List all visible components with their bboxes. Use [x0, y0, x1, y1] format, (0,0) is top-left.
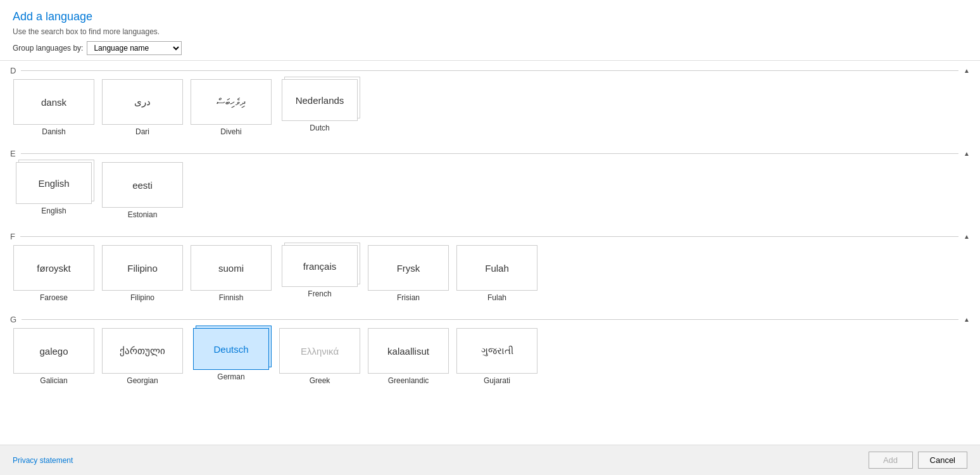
lang-label: English — [41, 206, 66, 215]
section-g: G▲galegoGalicianქართულიGeorgianDeutschGe… — [0, 310, 980, 393]
section-divider — [20, 236, 958, 237]
lang-item[interactable]: françaisFrench — [279, 245, 361, 302]
lang-flag-front: Nederlands — [282, 79, 358, 121]
lang-flag: دری — [102, 79, 183, 125]
lang-label: Greenlandic — [388, 376, 429, 385]
lang-label: French — [308, 289, 331, 298]
privacy-link[interactable]: Privacy statement — [13, 456, 73, 465]
lang-flag: Frysk — [368, 245, 449, 291]
lang-item[interactable]: FryskFrisian — [367, 245, 449, 302]
lang-flag-stacked: Deutsch — [193, 328, 269, 370]
lang-flag: ગુજરાતી — [456, 328, 537, 374]
lang-label: Dutch — [310, 124, 329, 132]
lang-label: Faroese — [40, 293, 68, 302]
section-collapse-button[interactable]: ▲ — [964, 67, 970, 74]
section-f: F▲føroysktFaroeseFilipinoFilipinosuomiFi… — [0, 227, 980, 310]
group-by-row: Group languages by: Language name Script… — [13, 41, 967, 55]
section-letter-e: E — [10, 149, 16, 158]
lang-label: German — [217, 372, 244, 381]
section-header-g: G▲ — [10, 310, 970, 328]
lang-label: Fulah — [487, 293, 506, 302]
section-d: D▲danskDanishدریDariދިވެހިބަސްDivehiNede… — [0, 61, 980, 144]
section-letter-d: D — [10, 66, 16, 75]
lang-flag: føroyskt — [13, 245, 94, 291]
lang-grid-d: danskDanishدریDariދިވެހިބަސްDivehiNederl… — [10, 79, 970, 136]
add-button[interactable]: Add — [869, 452, 913, 469]
lang-flag-front: français — [282, 245, 358, 287]
section-header-d: D▲ — [10, 61, 970, 79]
lang-label: Galician — [40, 376, 67, 385]
lang-item[interactable]: دریDari — [101, 79, 184, 136]
group-by-select[interactable]: Language name Script Region — [87, 41, 182, 55]
section-letter-f: F — [10, 232, 15, 241]
section-divider — [21, 153, 958, 154]
section-header-f: F▲ — [10, 227, 970, 245]
lang-label: Frisian — [397, 293, 420, 302]
lang-item[interactable]: ქართულიGeorgian — [101, 328, 184, 385]
lang-label: Estonian — [128, 210, 158, 219]
section-header-e: E▲ — [10, 144, 970, 162]
add-language-dialog: Add a language Use the search box to fin… — [0, 0, 980, 475]
lang-item[interactable]: ΕλληνικάGreek — [279, 328, 361, 385]
section-e: E▲EnglishEnglisheestiEstonian — [0, 144, 980, 227]
lang-item[interactable]: EnglishEnglish — [13, 162, 95, 219]
lang-flag: galego — [13, 328, 94, 374]
lang-item[interactable]: ગુજરાતીGujarati — [456, 328, 538, 385]
lang-item[interactable]: NederlandsDutch — [279, 79, 361, 136]
section-divider — [21, 70, 958, 71]
lang-label: Finnish — [219, 293, 244, 302]
lang-flag: dansk — [13, 79, 94, 125]
lang-item[interactable]: suomiFinnish — [190, 245, 272, 302]
lang-flag: Ελληνικά — [279, 328, 360, 374]
section-divider — [22, 319, 958, 320]
lang-flag: ქართული — [102, 328, 183, 374]
lang-item[interactable]: DeutschGerman — [190, 328, 272, 385]
lang-item[interactable]: kalaallisutGreenlandic — [367, 328, 449, 385]
lang-flag: eesti — [102, 162, 183, 208]
lang-flag-stacked: Nederlands — [282, 79, 358, 121]
lang-item[interactable]: FilipinoFilipino — [101, 245, 184, 302]
section-collapse-button[interactable]: ▲ — [964, 150, 970, 157]
lang-label: Gujarati — [484, 376, 510, 385]
lang-flag: Fulah — [456, 245, 537, 291]
lang-grid-e: EnglishEnglisheestiEstonian — [10, 162, 970, 219]
lang-label: Filipino — [130, 293, 154, 302]
lang-flag-stacked: français — [282, 245, 358, 287]
lang-flag: Filipino — [102, 245, 183, 291]
dialog-header: Add a language Use the search box to fin… — [0, 0, 980, 60]
dialog-footer: Privacy statement Add Cancel — [0, 445, 980, 475]
lang-grid-f: føroysktFaroeseFilipinoFilipinosuomiFinn… — [10, 245, 970, 302]
lang-flag-front: Deutsch — [193, 328, 269, 370]
lang-label: Greek — [310, 376, 330, 385]
lang-flag: suomi — [191, 245, 272, 291]
section-collapse-button[interactable]: ▲ — [964, 316, 970, 323]
lang-label: Danish — [42, 127, 65, 136]
lang-item[interactable]: ދިވެހިބަސްDivehi — [190, 79, 272, 136]
lang-item[interactable]: eestiEstonian — [101, 162, 184, 219]
lang-flag-front: English — [16, 162, 92, 204]
lang-flag: ދިވެހިބަސް — [191, 79, 272, 125]
group-by-label: Group languages by: — [13, 44, 83, 53]
lang-flag: kalaallisut — [368, 328, 449, 374]
footer-buttons: Add Cancel — [869, 452, 967, 469]
section-letter-g: G — [10, 315, 16, 324]
lang-label: Dari — [135, 127, 149, 136]
dialog-title: Add a language — [13, 10, 967, 23]
lang-flag-stacked: English — [16, 162, 92, 204]
lang-label: Divehi — [220, 127, 241, 136]
lang-grid-g: galegoGalicianქართულიGeorgianDeutschGerm… — [10, 328, 970, 385]
lang-item[interactable]: danskDanish — [13, 79, 95, 136]
dialog-subtitle: Use the search box to find more language… — [13, 27, 967, 36]
lang-item[interactable]: FulahFulah — [456, 245, 538, 302]
section-collapse-button[interactable]: ▲ — [964, 233, 970, 240]
lang-item[interactable]: galegoGalician — [13, 328, 95, 385]
language-list-content: D▲danskDanishدریDariދިވެހިބަސްDivehiNede… — [0, 60, 980, 445]
lang-label: Georgian — [127, 376, 158, 385]
lang-item[interactable]: føroysktFaroese — [13, 245, 95, 302]
cancel-button[interactable]: Cancel — [918, 452, 967, 469]
